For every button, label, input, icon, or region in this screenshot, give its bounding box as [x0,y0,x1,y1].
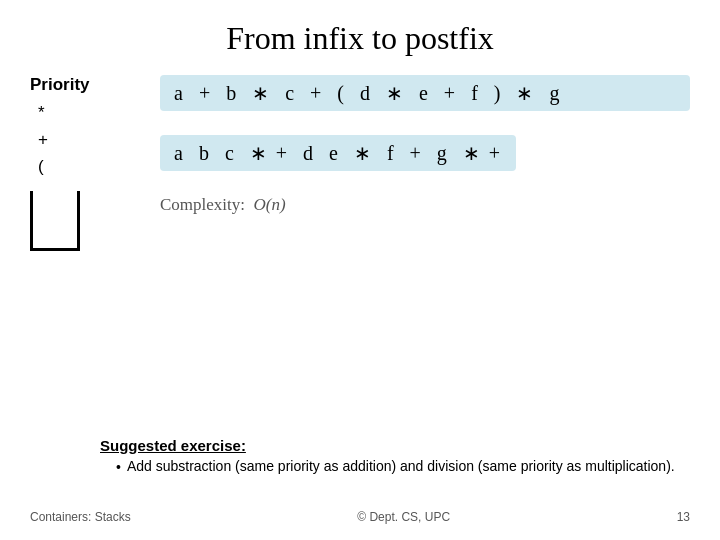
priority-item-star: * [38,99,48,126]
priority-list: * + ( [38,99,48,181]
suggested-title: Suggested exercise: [100,437,690,454]
footer: Containers: Stacks © Dept. CS, UPC 13 [0,510,720,524]
slide: From infix to postfix Priority * + ( a +… [0,0,720,540]
priority-label: Priority [30,75,90,95]
priority-item-paren: ( [38,153,48,180]
main-content: Priority * + ( a + b ∗ c + ( d ∗ e + f )… [30,75,690,251]
complexity-value: O(n) [254,195,286,214]
postfix-expression: a b c ∗ + d e ∗ f + g ∗ + [160,135,516,171]
bottom-section: Suggested exercise: • Add substraction (… [100,437,690,475]
bullet-item: • Add substraction (same priority as add… [116,458,690,475]
slide-title: From infix to postfix [30,20,690,57]
bullet-dot: • [116,459,121,475]
infix-expression: a + b ∗ c + ( d ∗ e + f ) ∗ g [160,75,690,111]
stack-diagram [30,191,80,251]
bullet-text: Add substraction (same priority as addit… [127,458,675,474]
complexity-label: Complexity: [160,195,245,214]
footer-left: Containers: Stacks [30,510,131,524]
footer-right: 13 [677,510,690,524]
right-panel: a + b ∗ c + ( d ∗ e + f ) ∗ g a b c ∗ + … [150,75,690,251]
suggested-body: • Add substraction (same priority as add… [100,458,690,475]
complexity-line: Complexity: O(n) [160,195,690,215]
footer-center: © Dept. CS, UPC [357,510,450,524]
left-panel: Priority * + ( [30,75,150,251]
priority-item-plus: + [38,126,48,153]
